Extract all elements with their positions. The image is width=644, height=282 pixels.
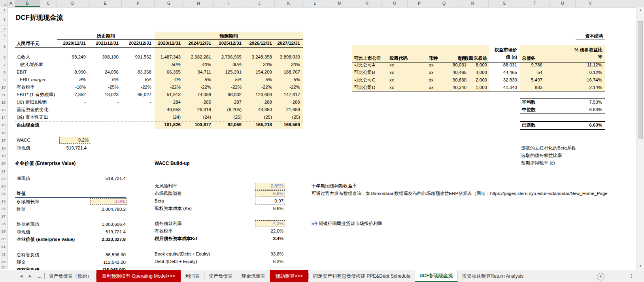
column-header-T[interactable]: T (520, 0, 550, 7)
cell[interactable]: xx (389, 76, 423, 84)
column-header-G[interactable]: G (155, 0, 183, 7)
cell[interactable]: - (50, 98, 86, 106)
row-label[interactable]: 自由现金流 (17, 121, 40, 129)
terminal-value[interactable]: 2,804,780.2 (102, 206, 126, 213)
debt-ratio-label[interactable]: Debt /(Debt + Equity) (155, 258, 197, 265)
npv-value[interactable]: 519,721.4 (66, 144, 87, 152)
ev-npv-label[interactable]: 净现值 (17, 175, 30, 182)
row-header-15[interactable]: 15 (0, 121, 6, 129)
after-tax-kd-label[interactable]: 税后债务资本成本Kd (155, 235, 197, 242)
cost-of-equity-label[interactable]: 股权资本成本 (Ke) (155, 205, 192, 212)
risk-free-input[interactable]: 2.89% (255, 183, 285, 189)
row-header-11[interactable]: 11 (0, 91, 6, 98)
add-sheet-icon[interactable]: + (597, 273, 604, 280)
cell[interactable]: 可比公司B (354, 69, 387, 76)
mean-value[interactable]: 7.53% (589, 98, 602, 106)
cell[interactable]: 2027/12/31 (264, 40, 300, 47)
column-header-S[interactable]: S (489, 0, 520, 7)
wacc-input[interactable]: 9.2% (59, 137, 90, 144)
row-header-34[interactable]: 34 (0, 265, 6, 269)
column-header-E[interactable]: E (89, 0, 122, 7)
row-header-30[interactable]: 30 (0, 235, 6, 243)
cash-value[interactable]: 112,542.20 (103, 259, 126, 266)
ev-total-label[interactable]: 企业价值 (Enterprise Value) (17, 236, 75, 243)
row-label[interactable]: (加) 折旧&摊销 (17, 98, 47, 106)
column-header-L[interactable]: L (303, 0, 327, 7)
wacc-label[interactable]: WACC (17, 136, 30, 144)
debt-rate-input[interactable]: 4.3% (255, 220, 285, 227)
effective-tax-label[interactable]: 有效税率 (155, 227, 173, 235)
scroll-up-icon[interactable]: ▲ (637, 7, 644, 13)
median-label[interactable]: 中位数 (522, 106, 536, 114)
cell[interactable]: 398,100 (83, 53, 119, 61)
row-header-6[interactable]: 6 (0, 53, 6, 61)
unit-label[interactable]: 人民币千元 (17, 40, 40, 47)
median-value[interactable]: 6.63% (589, 106, 602, 114)
column-header-R[interactable]: R (457, 0, 489, 7)
cell[interactable]: 883 (507, 84, 542, 91)
npv-label[interactable]: 净现值 (17, 144, 30, 152)
cell[interactable]: 11.12% (567, 61, 602, 69)
row-header-9[interactable]: 9 (0, 76, 6, 83)
ev-total-value[interactable]: 2,323,327.8 (102, 236, 126, 243)
cash-label[interactable]: 现金 (17, 259, 26, 266)
after-tax-kd-value[interactable]: 3.4% (273, 235, 283, 242)
row-label[interactable]: 营运资金的变化 (17, 106, 49, 114)
row-header-3[interactable]: 3 (0, 26, 6, 32)
row-header-22[interactable]: 22 (0, 175, 6, 182)
cell[interactable]: (25) (264, 114, 300, 121)
row-header-28[interactable]: 28 (0, 220, 6, 227)
column-header-C[interactable]: C (40, 0, 57, 7)
equity-ratio-label[interactable]: Book equity/(Debt + Equity) (155, 250, 210, 258)
pv-terminal-label[interactable]: 终值的现值 (17, 221, 40, 228)
row-header-33[interactable]: 33 (0, 258, 6, 265)
cell[interactable]: 可比公司A (354, 61, 387, 69)
row-header-12[interactable]: 12 (0, 98, 6, 106)
select-all-corner[interactable] (0, 0, 8, 7)
row-header-29[interactable]: 29 (0, 227, 6, 235)
cell[interactable]: 289 (264, 98, 300, 106)
tab-auxiliary-calc[interactable]: 辅助测算>>> (270, 270, 308, 282)
comps-header-de-ratio[interactable]: % 债务权益比率 (572, 46, 602, 61)
row-header-25[interactable]: 25 (0, 197, 6, 205)
cell[interactable]: 7,352 (50, 91, 86, 98)
tab-ppe-debt-schedule[interactable]: 固定资产和有息负债搭建 PPE&Debt Schedule (309, 270, 415, 282)
row-header-1[interactable]: 1 (0, 7, 6, 13)
comps-header-equity-value[interactable]: 权益市场价值 (a) (492, 46, 517, 61)
column-header-Q[interactable]: Q (431, 0, 457, 7)
cell[interactable]: xx (389, 61, 423, 69)
cell[interactable]: 0.12% (567, 69, 602, 76)
row-label[interactable]: EBIT* (1-有效税率) (17, 91, 55, 98)
cell[interactable]: 147,617 (264, 91, 300, 98)
row-header-13[interactable]: 13 (0, 106, 6, 114)
erp-label[interactable]: 市场风险溢价 (155, 190, 182, 197)
row-header-31[interactable]: 31 (0, 243, 6, 250)
row-header-27[interactable]: 27 (0, 212, 6, 220)
row-header-17[interactable]: 17 (0, 136, 6, 144)
vertical-scrollbar[interactable]: ▲ ▼ (636, 7, 644, 270)
total-debt-label[interactable]: 总有息负债 (17, 251, 40, 259)
column-header-H[interactable]: H (183, 0, 214, 7)
perpetual-growth-label[interactable]: 永续增长率 (17, 198, 40, 206)
row-label[interactable]: 总收入 (17, 53, 30, 61)
pv-terminal-value[interactable]: 1,803,606.4 (102, 221, 126, 228)
cell[interactable]: 169,569 (264, 121, 300, 129)
row-header-7[interactable]: 7 (0, 61, 6, 68)
cell[interactable]: 21,689 (264, 106, 300, 114)
selected-value[interactable]: 6.63% (589, 121, 602, 129)
row-header-32[interactable]: 32 (0, 250, 6, 258)
cell[interactable]: 2.14% (567, 84, 602, 91)
row-header-20[interactable]: 20 (0, 159, 6, 167)
row-header-10[interactable]: 10 (0, 83, 6, 91)
debt-ratio-value[interactable]: 6.2% (273, 258, 283, 265)
cell[interactable]: 18,023 (83, 91, 119, 98)
column-header-N[interactable]: N (352, 0, 382, 7)
npv2-value[interactable]: 519,721.4 (106, 228, 126, 236)
cell[interactable]: 5,497 (507, 76, 542, 84)
risk-free-label[interactable]: 无风险利率 (155, 182, 178, 190)
row-header-26[interactable]: 26 (0, 205, 6, 212)
cell[interactable]: 2021/12/31 (83, 40, 119, 47)
tab-operating-model[interactable]: 盈利预测模型 Operating Model>>> (96, 270, 181, 282)
tab-income-statement[interactable]: 利润表 (181, 270, 204, 282)
column-header-B[interactable]: B (15, 0, 40, 7)
